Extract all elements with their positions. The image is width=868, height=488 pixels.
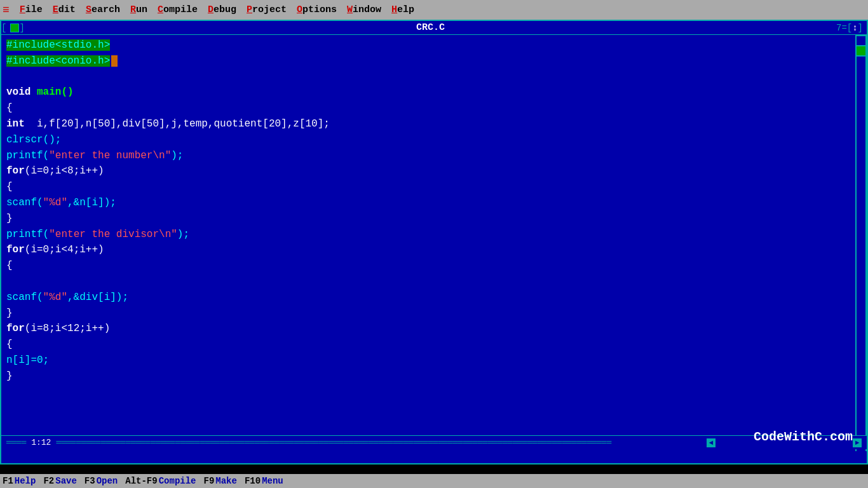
- title-bracket-close: ]: [19, 23, 24, 33]
- status-divider-left: ════: [6, 438, 26, 447]
- fkey-f9-label: Make: [215, 476, 237, 486]
- scroll-left-button[interactable]: ◄: [707, 438, 715, 447]
- editor-window: [ ] CRC.C 7=[↕] #include<stdio.h> #inclu…: [0, 20, 868, 464]
- menu-run[interactable]: Run: [125, 3, 153, 17]
- window-title: CRC.C: [25, 22, 836, 33]
- fkey-altf9[interactable]: Alt-F9 Compile: [125, 476, 196, 486]
- code-line-8: printf("enter the number\n");: [6, 148, 850, 164]
- menu-file[interactable]: File: [15, 3, 48, 17]
- status-bar: ════ 1:12 ══════════════════════════════…: [1, 435, 867, 449]
- window-icon[interactable]: [10, 24, 19, 32]
- code-line-4: void main(): [6, 85, 850, 100]
- watermark: CodeWithC.com: [754, 430, 853, 444]
- fkey-f10-num: F10: [245, 476, 261, 486]
- cursor-position: 1:12: [31, 438, 51, 447]
- title-bar: [ ] CRC.C 7=[↕]: [1, 21, 867, 35]
- fkey-f3[interactable]: F3 Open: [85, 476, 118, 486]
- fkey-altf9-num: Alt-F9: [125, 476, 157, 486]
- scroll-up-button[interactable]: [857, 36, 865, 45]
- window-number: 7=[↕]: [836, 23, 863, 33]
- code-line-13: printf("enter the divisor\n");: [6, 227, 850, 243]
- fkey-f9[interactable]: F9 Make: [204, 476, 237, 486]
- code-area[interactable]: #include<stdio.h> #include<conio.h> void…: [1, 35, 855, 449]
- menu-edit[interactable]: Edit: [48, 3, 81, 17]
- code-line-16: [6, 274, 850, 290]
- fkey-f1-label: Help: [15, 476, 36, 486]
- code-line-18: }: [6, 306, 850, 322]
- fkey-f9-num: F9: [204, 476, 215, 486]
- menu-compile[interactable]: Compile: [153, 3, 203, 17]
- fkey-f2-label: Save: [55, 476, 77, 486]
- code-line-5: {: [6, 100, 850, 116]
- menu-window[interactable]: Window: [342, 3, 386, 17]
- code-line-17: scanf("%d",&div[i]);: [6, 290, 850, 306]
- code-line-2: #include<conio.h>: [6, 53, 850, 69]
- scrollbar[interactable]: [855, 35, 867, 451]
- code-line-12: }: [6, 211, 850, 227]
- menu-project[interactable]: Project: [241, 3, 292, 17]
- code-line-1: #include<stdio.h>: [6, 37, 850, 53]
- code-line-22: }: [6, 369, 850, 384]
- code-line-21: n[i]=0;: [6, 353, 850, 369]
- hamburger-icon[interactable]: ≡: [3, 4, 10, 17]
- menu-bar: ≡ File Edit Search Run Compile Debug Pro…: [0, 0, 868, 20]
- fkey-f10[interactable]: F10 Menu: [245, 476, 283, 486]
- menu-search[interactable]: Search: [81, 3, 125, 17]
- title-bracket-open: [: [1, 23, 6, 33]
- scroll-thumb[interactable]: [857, 46, 865, 55]
- fkey-f1[interactable]: F1 Help: [3, 476, 36, 486]
- scroll-track[interactable]: [857, 57, 865, 451]
- fkey-f10-label: Menu: [262, 476, 283, 486]
- code-line-9: for(i=0;i<8;i++): [6, 163, 850, 179]
- code-line-19: for(i=8;i<12;i++): [6, 321, 850, 337]
- code-line-11: scanf("%d",&n[i]);: [6, 195, 850, 211]
- fkey-altf9-label: Compile: [159, 476, 196, 486]
- fkey-f1-num: F1: [3, 476, 13, 486]
- fkey-f3-num: F3: [85, 476, 95, 486]
- function-key-bar: F1 Help F2 Save F3 Open Alt-F9 Compile F…: [0, 474, 868, 488]
- status-divider-right: ════════════════════════════════════════…: [56, 438, 702, 447]
- code-line-15: {: [6, 258, 850, 274]
- menu-options[interactable]: Options: [292, 3, 342, 17]
- menu-debug[interactable]: Debug: [203, 3, 241, 17]
- code-line-6: int i,f[20],n[50],div[50],j,temp,quotien…: [6, 116, 850, 132]
- fkey-f3-label: Open: [97, 476, 118, 486]
- code-line-3: [6, 69, 850, 85]
- code-line-7: clrscr();: [6, 132, 850, 148]
- code-line-14: for(i=0;i<4;i++): [6, 242, 850, 258]
- code-line-20: {: [6, 337, 850, 353]
- scroll-right-button[interactable]: ►: [853, 438, 862, 447]
- fkey-f2-num: F2: [43, 476, 54, 486]
- cursor: [111, 55, 118, 67]
- menu-help[interactable]: Help: [386, 3, 419, 17]
- code-line-10: {: [6, 179, 850, 195]
- fkey-f2[interactable]: F2 Save: [43, 476, 76, 486]
